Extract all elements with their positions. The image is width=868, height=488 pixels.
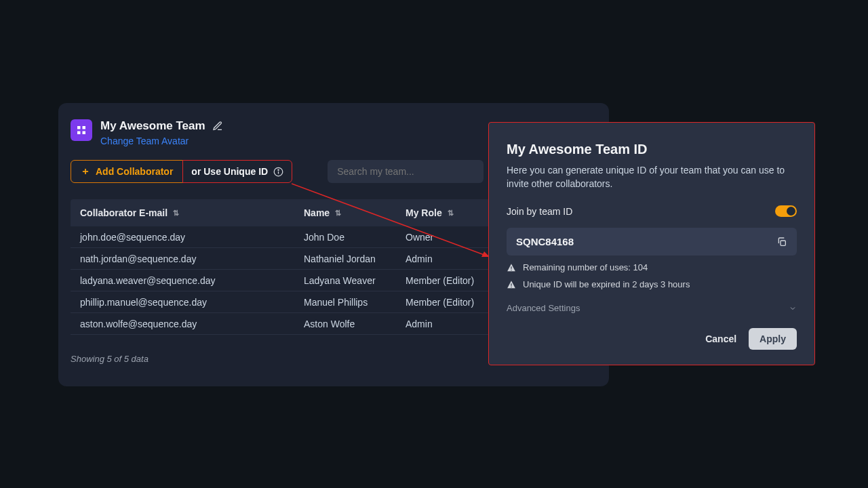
join-toggle-row: Join by team ID [507, 205, 797, 217]
team-id-popover: My Awesome Team ID Here you can generate… [488, 122, 815, 365]
team-id-value: SQNC84168 [516, 236, 574, 247]
th-name-label: Name [304, 207, 330, 218]
team-title-row: My Awesome Team [100, 119, 223, 133]
warning-icon [507, 280, 516, 289]
plus-icon [81, 167, 90, 176]
svg-rect-3 [83, 131, 86, 135]
add-collaborator-button[interactable]: Add Collaborator [71, 160, 183, 183]
expiry-row: Unique ID will be expired in 2 days 3 ho… [507, 279, 797, 289]
showing-text: Showing 5 of 5 data [71, 354, 149, 364]
th-name[interactable]: Name ⇅ [304, 207, 406, 218]
team-avatar[interactable] [71, 119, 92, 141]
use-unique-id-button[interactable]: or Use Unique ID [182, 160, 292, 183]
avatar-icon [75, 124, 87, 136]
cell-name: Nathaniel Jordan [304, 253, 406, 264]
cell-email: john.doe@sequence.day [80, 232, 304, 243]
svg-rect-12 [511, 266, 511, 269]
svg-rect-0 [77, 126, 81, 129]
join-toggle[interactable] [775, 205, 797, 217]
cell-name: Manuel Phillips [304, 297, 406, 308]
popover-actions: Cancel Apply [507, 328, 797, 350]
advanced-settings-toggle[interactable]: Advanced Settings [507, 303, 797, 313]
info-icon [273, 167, 283, 177]
remaining-uses-text: Remaining number of uses: 104 [523, 262, 648, 272]
use-unique-id-label: or Use Unique ID [191, 166, 268, 177]
advanced-settings-label: Advanced Settings [507, 303, 580, 313]
search-wrap [328, 160, 490, 183]
add-collaborator-label: Add Collaborator [96, 166, 173, 177]
chevron-down-icon [789, 304, 797, 312]
sort-icon: ⇅ [448, 209, 454, 218]
team-title: My Awesome Team [100, 119, 205, 133]
warning-icon [507, 263, 516, 272]
copy-icon[interactable] [776, 237, 787, 247]
svg-rect-1 [83, 126, 86, 129]
popover-title: My Awesome Team ID [507, 142, 797, 157]
svg-rect-13 [511, 270, 511, 270]
popover-description: Here you can generate unique ID of your … [507, 164, 797, 190]
th-email[interactable]: Collaborator E-mail ⇅ [80, 207, 304, 218]
svg-rect-15 [511, 287, 511, 287]
cell-name: Aston Wolfe [304, 319, 406, 329]
svg-rect-2 [77, 131, 81, 135]
cell-name: John Doe [304, 232, 406, 243]
sort-icon: ⇅ [173, 209, 179, 218]
change-avatar-link[interactable]: Change Team Avatar [100, 136, 223, 146]
edit-icon[interactable] [212, 121, 223, 131]
cancel-button[interactable]: Cancel [705, 333, 736, 344]
cell-name: Ladyana Weaver [304, 275, 406, 286]
svg-point-8 [278, 169, 279, 170]
remaining-uses-row: Remaining number of uses: 104 [507, 262, 797, 272]
cell-email: aston.wolfe@sequence.day [80, 319, 304, 329]
sort-icon: ⇅ [335, 209, 341, 218]
search-input[interactable] [328, 160, 484, 183]
team-id-box: SQNC84168 [507, 228, 797, 256]
svg-rect-14 [511, 283, 511, 286]
cell-email: ladyana.weaver@sequence.day [80, 275, 304, 286]
apply-button[interactable]: Apply [749, 328, 797, 350]
cell-email: phillip.manuel@sequence.day [80, 297, 304, 308]
join-toggle-label: Join by team ID [507, 206, 572, 217]
th-email-label: Collaborator E-mail [80, 207, 167, 218]
expiry-text: Unique ID will be expired in 2 days 3 ho… [523, 279, 690, 289]
svg-rect-11 [781, 241, 785, 245]
cell-email: nath.jordan@sequence.day [80, 253, 304, 264]
th-role-label: My Role [406, 207, 442, 218]
